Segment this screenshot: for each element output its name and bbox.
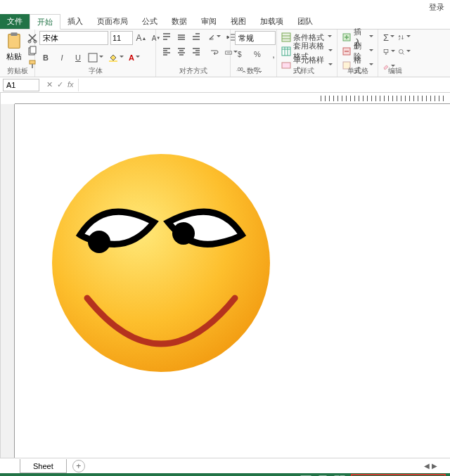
- increase-font-button[interactable]: A▲: [135, 32, 148, 44]
- find-button[interactable]: [398, 46, 411, 58]
- tab-view[interactable]: 视图: [224, 14, 253, 29]
- vertical-ruler: [1, 104, 15, 458]
- group-styles: 条件格式 套用表格格式 单元格样式 样式: [277, 30, 338, 77]
- paste-icon: [4, 31, 24, 51]
- group-editing: Σ AZ 编辑: [378, 30, 412, 77]
- formula-input[interactable]: [78, 79, 450, 91]
- bold-button[interactable]: B: [39, 51, 52, 64]
- wrap-text-button[interactable]: [208, 46, 221, 59]
- horizontal-ruler: [15, 93, 450, 104]
- status-bar: 就绪 − + 25%: [0, 473, 450, 476]
- svg-point-26: [88, 231, 110, 253]
- svg-rect-6: [30, 60, 35, 64]
- align-left-button[interactable]: [160, 45, 173, 58]
- font-color-button[interactable]: A: [129, 51, 146, 64]
- align-left-icon: [162, 46, 172, 56]
- underline-button[interactable]: U: [72, 51, 84, 64]
- tab-team[interactable]: 团队: [290, 14, 320, 29]
- title-bar: 登录: [0, 0, 450, 14]
- group-clipboard: 粘贴 剪贴板: [0, 30, 35, 77]
- svg-rect-8: [89, 53, 97, 62]
- insert-icon: [342, 32, 352, 42]
- border-button[interactable]: [88, 51, 105, 64]
- svg-rect-9: [109, 60, 117, 62]
- enter-formula-button[interactable]: ✓: [57, 80, 63, 89]
- group-number: $ % , .00 .0 数字: [231, 30, 277, 77]
- currency-button[interactable]: $: [235, 48, 248, 60]
- svg-point-24: [399, 49, 403, 53]
- group-editing-label: 编辑: [378, 66, 412, 76]
- align-top-button[interactable]: [160, 31, 173, 44]
- conditional-icon: [281, 32, 291, 42]
- delete-icon: [342, 46, 352, 56]
- group-alignment-label: 对齐方式: [156, 66, 230, 76]
- align-middle-button[interactable]: [175, 31, 188, 44]
- svg-point-25: [52, 154, 270, 372]
- align-bottom-icon: [191, 32, 201, 42]
- orientation-button[interactable]: ab: [208, 31, 221, 44]
- bucket-icon: [108, 53, 118, 63]
- sort-filter-button[interactable]: AZ: [398, 31, 411, 44]
- group-font-label: 字体: [35, 66, 155, 76]
- group-font: A▲ A▼ B I U A 字体: [35, 30, 156, 77]
- cancel-formula-button[interactable]: ✕: [46, 80, 53, 89]
- font-size-select[interactable]: [110, 31, 133, 45]
- tab-page-layout[interactable]: 页面布局: [90, 14, 135, 29]
- name-box[interactable]: [3, 79, 39, 91]
- align-right-button[interactable]: [190, 45, 202, 58]
- font-name-select[interactable]: [39, 31, 108, 45]
- align-middle-icon: [176, 32, 186, 42]
- svg-text:Z: Z: [399, 37, 401, 41]
- align-center-icon: [176, 46, 186, 56]
- canvas[interactable]: [15, 104, 450, 458]
- svg-text:ab: ab: [209, 37, 213, 41]
- emoji-face-image: [49, 150, 274, 375]
- find-icon: [398, 47, 405, 57]
- svg-rect-15: [282, 33, 290, 41]
- group-alignment: ab 对齐方式: [156, 30, 231, 77]
- sort-icon: AZ: [398, 32, 405, 42]
- align-top-icon: [162, 32, 172, 42]
- tab-addins[interactable]: 加载项: [253, 14, 290, 29]
- percent-button[interactable]: %: [251, 48, 264, 60]
- tab-review[interactable]: 审阅: [194, 14, 224, 29]
- sheet-tab-bar: Sheet + ◀ ▶: [0, 458, 450, 473]
- fill-color-button[interactable]: [108, 51, 125, 64]
- add-sheet-button[interactable]: +: [72, 460, 85, 472]
- tab-formulas[interactable]: 公式: [135, 14, 165, 29]
- wrap-icon: [210, 48, 219, 58]
- hscroll-arrow[interactable]: ◀ ▶: [424, 462, 437, 470]
- italic-button[interactable]: I: [56, 51, 68, 64]
- align-right-icon: [191, 46, 201, 56]
- svg-rect-0: [8, 34, 20, 49]
- svg-rect-23: [384, 49, 388, 52]
- currency-icon: $: [236, 49, 246, 59]
- tab-insert[interactable]: 插入: [60, 14, 90, 29]
- sheet-tab-active[interactable]: Sheet: [20, 459, 67, 473]
- login-link[interactable]: 登录: [429, 2, 444, 13]
- group-clipboard-label: 剪贴板: [0, 66, 34, 76]
- table-style-icon: [281, 46, 291, 56]
- tab-file[interactable]: 文件: [0, 14, 30, 29]
- tab-home[interactable]: 开始: [30, 14, 60, 30]
- svg-point-27: [172, 222, 195, 245]
- number-format-select[interactable]: [235, 31, 276, 45]
- autosum-button[interactable]: Σ: [382, 31, 395, 44]
- tab-data[interactable]: 数据: [165, 14, 194, 29]
- ribbon: 粘贴 剪贴板 A▲ A▼ B I U A: [0, 30, 450, 77]
- svg-rect-1: [11, 32, 17, 36]
- align-center-button[interactable]: [175, 45, 188, 58]
- group-cells: 插入 删除 格式 单元格: [338, 30, 378, 77]
- orientation-icon: ab: [208, 32, 215, 42]
- svg-rect-16: [282, 47, 290, 56]
- paste-button[interactable]: 粘贴: [4, 31, 24, 62]
- paste-label: 粘贴: [6, 51, 22, 62]
- fx-button[interactable]: fx: [68, 80, 74, 89]
- ribbon-tabs: 文件 开始 插入 页面布局 公式 数据 审阅 视图 加载项 团队: [0, 14, 450, 30]
- align-bottom-button[interactable]: [190, 31, 202, 44]
- border-icon: [88, 53, 98, 63]
- svg-text:$: $: [238, 51, 242, 58]
- fill-button[interactable]: [382, 46, 395, 58]
- worksheet-area[interactable]: [0, 93, 450, 458]
- group-number-label: 数字: [231, 66, 276, 76]
